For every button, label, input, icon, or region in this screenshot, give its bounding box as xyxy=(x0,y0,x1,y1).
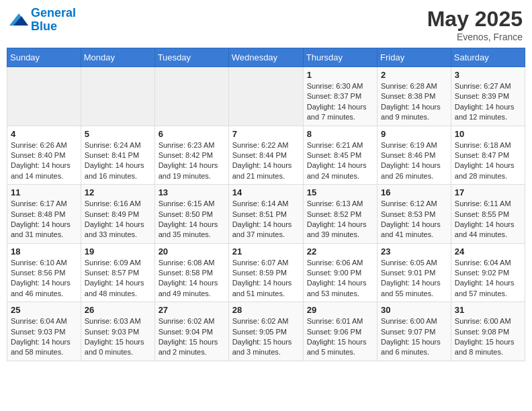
calendar-cell: 4Sunrise: 6:26 AMSunset: 8:40 PMDaylight… xyxy=(7,126,81,185)
page-header: General Blue May 2025 Evenos, France xyxy=(7,7,525,42)
day-number: 19 xyxy=(85,246,151,257)
weekday-header-thursday: Thursday xyxy=(303,48,377,67)
day-number: 31 xyxy=(455,305,521,315)
day-info: Sunrise: 6:18 AMSunset: 8:47 PMDaylight:… xyxy=(455,140,521,182)
calendar-cell: 17Sunrise: 6:11 AMSunset: 8:55 PMDayligh… xyxy=(451,185,525,244)
day-info: Sunrise: 6:03 AMSunset: 9:03 PMDaylight:… xyxy=(85,316,151,358)
calendar-cell: 3Sunrise: 6:27 AMSunset: 8:39 PMDaylight… xyxy=(451,67,525,126)
weekday-header-row: SundayMondayTuesdayWednesdayThursdayFrid… xyxy=(7,48,525,67)
calendar-cell: 25Sunrise: 6:04 AMSunset: 9:03 PMDayligh… xyxy=(7,302,81,361)
day-number: 30 xyxy=(381,305,447,315)
calendar-cell: 26Sunrise: 6:03 AMSunset: 9:03 PMDayligh… xyxy=(81,302,154,361)
weekday-header-friday: Friday xyxy=(378,48,451,67)
calendar-cell: 16Sunrise: 6:12 AMSunset: 8:53 PMDayligh… xyxy=(378,185,451,244)
logo-line2: Blue xyxy=(31,19,57,33)
day-info: Sunrise: 6:06 AMSunset: 9:00 PMDaylight:… xyxy=(307,258,373,300)
day-info: Sunrise: 6:30 AMSunset: 8:37 PMDaylight:… xyxy=(307,81,373,123)
calendar-table: SundayMondayTuesdayWednesdayThursdayFrid… xyxy=(7,48,525,361)
calendar-cell: 29Sunrise: 6:01 AMSunset: 9:06 PMDayligh… xyxy=(303,302,377,361)
calendar-cell xyxy=(228,67,303,126)
calendar-cell: 15Sunrise: 6:13 AMSunset: 8:52 PMDayligh… xyxy=(303,185,377,244)
day-info: Sunrise: 6:15 AMSunset: 8:50 PMDaylight:… xyxy=(159,199,225,240)
day-number: 7 xyxy=(232,129,300,139)
day-info: Sunrise: 6:16 AMSunset: 8:49 PMDaylight:… xyxy=(85,199,151,240)
day-number: 20 xyxy=(159,246,225,257)
day-number: 12 xyxy=(85,187,151,197)
day-number: 13 xyxy=(159,187,225,197)
day-info: Sunrise: 6:05 AMSunset: 9:01 PMDaylight:… xyxy=(381,258,447,300)
day-number: 16 xyxy=(381,187,447,197)
day-info: Sunrise: 6:21 AMSunset: 8:45 PMDaylight:… xyxy=(307,140,373,182)
calendar-cell: 31Sunrise: 6:00 AMSunset: 9:08 PMDayligh… xyxy=(451,302,525,361)
day-info: Sunrise: 6:11 AMSunset: 8:55 PMDaylight:… xyxy=(455,199,521,240)
day-number: 8 xyxy=(307,129,373,139)
day-number: 4 xyxy=(11,129,77,139)
day-info: Sunrise: 6:04 AMSunset: 9:03 PMDaylight:… xyxy=(11,316,77,358)
day-number: 27 xyxy=(159,305,225,315)
day-number: 24 xyxy=(455,246,521,257)
location: Evenos, France xyxy=(427,32,523,42)
day-number: 5 xyxy=(85,129,151,139)
calendar-week-1: 1Sunrise: 6:30 AMSunset: 8:37 PMDaylight… xyxy=(7,67,525,126)
calendar-cell: 19Sunrise: 6:09 AMSunset: 8:57 PMDayligh… xyxy=(81,243,154,302)
day-info: Sunrise: 6:24 AMSunset: 8:41 PMDaylight:… xyxy=(85,140,151,182)
day-info: Sunrise: 6:10 AMSunset: 8:56 PMDaylight:… xyxy=(11,258,77,300)
day-info: Sunrise: 6:28 AMSunset: 8:38 PMDaylight:… xyxy=(381,81,447,123)
calendar-cell: 10Sunrise: 6:18 AMSunset: 8:47 PMDayligh… xyxy=(451,126,525,185)
calendar-cell: 9Sunrise: 6:19 AMSunset: 8:46 PMDaylight… xyxy=(378,126,451,185)
day-info: Sunrise: 6:22 AMSunset: 8:44 PMDaylight:… xyxy=(232,140,300,182)
calendar-cell: 30Sunrise: 6:00 AMSunset: 9:07 PMDayligh… xyxy=(378,302,451,361)
calendar-cell xyxy=(81,67,154,126)
calendar-cell: 7Sunrise: 6:22 AMSunset: 8:44 PMDaylight… xyxy=(228,126,303,185)
day-info: Sunrise: 6:09 AMSunset: 8:57 PMDaylight:… xyxy=(85,258,151,300)
calendar-cell: 24Sunrise: 6:04 AMSunset: 9:02 PMDayligh… xyxy=(451,243,525,302)
day-number: 26 xyxy=(85,305,151,315)
calendar-cell: 27Sunrise: 6:02 AMSunset: 9:04 PMDayligh… xyxy=(154,302,228,361)
calendar-week-3: 11Sunrise: 6:17 AMSunset: 8:48 PMDayligh… xyxy=(7,185,525,244)
month-year: May 2025 xyxy=(427,7,523,32)
title-block: May 2025 Evenos, France xyxy=(427,7,523,42)
weekday-header-sunday: Sunday xyxy=(7,48,81,67)
calendar-cell: 2Sunrise: 6:28 AMSunset: 8:38 PMDaylight… xyxy=(378,67,451,126)
logo-text: General Blue xyxy=(31,7,76,34)
day-number: 18 xyxy=(11,246,77,257)
day-info: Sunrise: 6:00 AMSunset: 9:07 PMDaylight:… xyxy=(381,316,447,358)
day-number: 17 xyxy=(455,187,521,197)
day-info: Sunrise: 6:13 AMSunset: 8:52 PMDaylight:… xyxy=(307,199,373,240)
day-number: 22 xyxy=(307,246,373,257)
calendar-cell: 20Sunrise: 6:08 AMSunset: 8:58 PMDayligh… xyxy=(154,243,228,302)
day-number: 2 xyxy=(381,70,447,80)
day-info: Sunrise: 6:02 AMSunset: 9:04 PMDaylight:… xyxy=(159,316,225,358)
day-info: Sunrise: 6:12 AMSunset: 8:53 PMDaylight:… xyxy=(381,199,447,240)
day-number: 3 xyxy=(455,70,521,80)
weekday-header-saturday: Saturday xyxy=(451,48,525,67)
day-info: Sunrise: 6:07 AMSunset: 8:59 PMDaylight:… xyxy=(232,258,300,300)
day-info: Sunrise: 6:04 AMSunset: 9:02 PMDaylight:… xyxy=(455,258,521,300)
day-info: Sunrise: 6:23 AMSunset: 8:42 PMDaylight:… xyxy=(159,140,225,182)
weekday-header-tuesday: Tuesday xyxy=(154,48,228,67)
calendar-cell xyxy=(7,67,81,126)
day-info: Sunrise: 6:17 AMSunset: 8:48 PMDaylight:… xyxy=(11,199,77,240)
day-info: Sunrise: 6:26 AMSunset: 8:40 PMDaylight:… xyxy=(11,140,77,182)
day-info: Sunrise: 6:01 AMSunset: 9:06 PMDaylight:… xyxy=(307,316,373,358)
weekday-header-wednesday: Wednesday xyxy=(228,48,303,67)
day-info: Sunrise: 6:19 AMSunset: 8:46 PMDaylight:… xyxy=(381,140,447,182)
day-number: 9 xyxy=(381,129,447,139)
calendar-week-4: 18Sunrise: 6:10 AMSunset: 8:56 PMDayligh… xyxy=(7,243,525,302)
day-number: 21 xyxy=(232,246,300,257)
logo-icon xyxy=(9,12,28,28)
day-number: 15 xyxy=(307,187,373,197)
calendar-cell: 5Sunrise: 6:24 AMSunset: 8:41 PMDaylight… xyxy=(81,126,154,185)
calendar-cell: 18Sunrise: 6:10 AMSunset: 8:56 PMDayligh… xyxy=(7,243,81,302)
logo: General Blue xyxy=(9,7,76,34)
logo-line1: General xyxy=(31,6,76,19)
calendar-cell: 12Sunrise: 6:16 AMSunset: 8:49 PMDayligh… xyxy=(81,185,154,244)
calendar-cell: 14Sunrise: 6:14 AMSunset: 8:51 PMDayligh… xyxy=(228,185,303,244)
calendar-cell: 13Sunrise: 6:15 AMSunset: 8:50 PMDayligh… xyxy=(154,185,228,244)
day-number: 10 xyxy=(455,129,521,139)
calendar-cell: 6Sunrise: 6:23 AMSunset: 8:42 PMDaylight… xyxy=(154,126,228,185)
day-info: Sunrise: 6:27 AMSunset: 8:39 PMDaylight:… xyxy=(455,81,521,123)
calendar-cell: 23Sunrise: 6:05 AMSunset: 9:01 PMDayligh… xyxy=(378,243,451,302)
day-number: 25 xyxy=(11,305,77,315)
calendar-cell: 22Sunrise: 6:06 AMSunset: 9:00 PMDayligh… xyxy=(303,243,377,302)
